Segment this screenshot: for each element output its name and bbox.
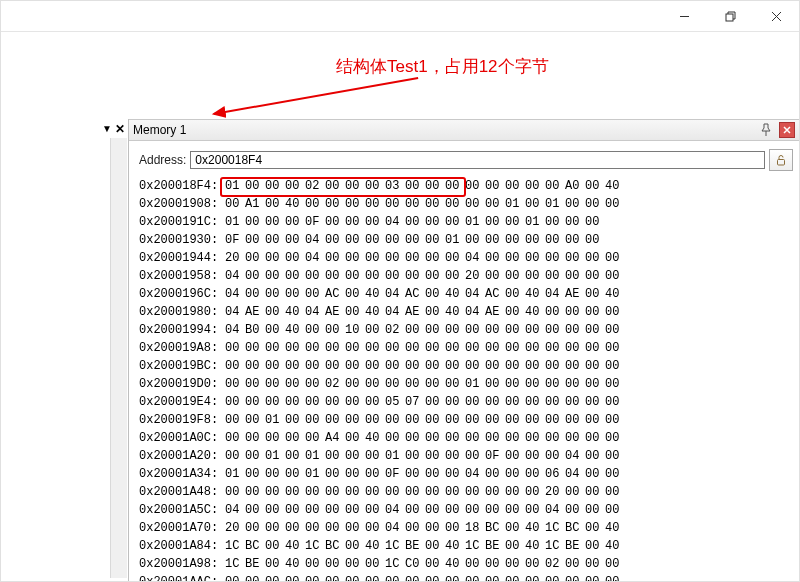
memory-byte: 00	[462, 321, 482, 339]
svg-rect-2	[778, 160, 785, 166]
memory-byte: 00	[322, 555, 342, 573]
memory-byte: 00	[442, 213, 462, 231]
memory-byte: 0F	[222, 231, 242, 249]
memory-byte: 00	[342, 195, 362, 213]
memory-byte: 02	[542, 555, 562, 573]
memory-byte: 00	[582, 339, 602, 357]
memory-byte: 00	[342, 357, 362, 375]
memory-byte: 04	[382, 519, 402, 537]
memory-byte: 40	[282, 303, 302, 321]
memory-byte: 00	[582, 231, 602, 249]
memory-byte: 40	[522, 285, 542, 303]
memory-byte: 00	[222, 573, 242, 581]
memory-byte: 00	[222, 429, 242, 447]
memory-byte: AC	[402, 285, 422, 303]
memory-byte: 04	[222, 303, 242, 321]
memory-byte: 00	[362, 321, 382, 339]
memory-byte: 04	[542, 501, 562, 519]
memory-byte: 00	[302, 285, 322, 303]
memory-pane-header: Memory 1	[129, 119, 799, 141]
memory-byte: 00	[322, 447, 342, 465]
memory-byte: 00	[242, 411, 262, 429]
minimize-button[interactable]	[661, 1, 707, 31]
memory-byte: 00	[302, 555, 322, 573]
memory-byte: 00	[302, 195, 322, 213]
lock-button[interactable]	[769, 149, 793, 171]
memory-byte: 00	[422, 195, 442, 213]
memory-byte: 00	[262, 393, 282, 411]
memory-byte: BE	[402, 537, 422, 555]
memory-byte: 00	[222, 483, 242, 501]
memory-byte: 00	[322, 501, 342, 519]
memory-byte: 00	[562, 429, 582, 447]
memory-hex-view[interactable]: 0x200018F4:01000000020000000300000000000…	[129, 177, 799, 581]
memory-byte: 00	[242, 267, 262, 285]
memory-byte: 01	[302, 447, 322, 465]
memory-byte: 00	[382, 483, 402, 501]
memory-byte: 04	[382, 213, 402, 231]
memory-byte: 00	[422, 573, 442, 581]
memory-byte: 00	[582, 393, 602, 411]
memory-byte: 00	[582, 213, 602, 231]
memory-byte: 00	[482, 249, 502, 267]
memory-byte: 00	[302, 483, 322, 501]
close-window-button[interactable]	[753, 1, 799, 31]
memory-byte: 00	[602, 375, 622, 393]
memory-byte: 00	[402, 501, 422, 519]
memory-byte: A0	[562, 177, 582, 195]
memory-row: 0x200019E4:00000000000000000507000000000…	[139, 393, 793, 411]
memory-byte: 00	[362, 447, 382, 465]
left-scrollbar[interactable]	[110, 138, 127, 578]
memory-byte: 00	[422, 465, 442, 483]
memory-byte: 00	[542, 357, 562, 375]
memory-byte: 00	[242, 249, 262, 267]
memory-byte: 00	[262, 267, 282, 285]
tool-dropdown-icon[interactable]: ▼	[102, 122, 112, 136]
memory-byte: 04	[382, 501, 402, 519]
memory-byte: 00	[442, 393, 462, 411]
restore-button[interactable]	[707, 1, 753, 31]
memory-byte: 00	[442, 573, 462, 581]
memory-byte: 00	[402, 177, 422, 195]
memory-byte: 00	[562, 303, 582, 321]
memory-byte: 00	[362, 357, 382, 375]
memory-byte: 00	[382, 357, 402, 375]
memory-byte: 00	[342, 285, 362, 303]
pane-close-button[interactable]	[779, 122, 795, 138]
memory-byte: 00	[442, 483, 462, 501]
memory-address: 0x20001A70:	[139, 519, 218, 537]
memory-byte: 00	[462, 177, 482, 195]
memory-row: 0x20001908:00A10040000000000000000000000…	[139, 195, 793, 213]
pin-button[interactable]	[759, 123, 773, 137]
memory-byte: 04	[302, 231, 322, 249]
memory-byte: 00	[482, 483, 502, 501]
memory-byte: 00	[462, 339, 482, 357]
side-tool-pane: ▼ ✕	[1, 119, 129, 581]
memory-byte: 00	[342, 393, 362, 411]
memory-row: 0x20001A48:00000000000000000000000000000…	[139, 483, 793, 501]
memory-byte: 00	[322, 519, 342, 537]
tool-close-icon[interactable]: ✕	[115, 122, 125, 136]
memory-byte: 00	[482, 213, 502, 231]
memory-byte: 00	[342, 429, 362, 447]
address-input[interactable]	[190, 151, 765, 169]
memory-byte: 00	[522, 555, 542, 573]
memory-byte: 00	[422, 447, 442, 465]
memory-byte: 00	[522, 483, 542, 501]
memory-byte: 00	[302, 573, 322, 581]
memory-byte: 04	[462, 249, 482, 267]
memory-byte: 00	[262, 303, 282, 321]
memory-byte: 00	[522, 501, 542, 519]
memory-address: 0x200019F8:	[139, 411, 218, 429]
memory-address: 0x200019E4:	[139, 393, 218, 411]
address-label: Address:	[139, 153, 186, 167]
memory-byte: 04	[462, 465, 482, 483]
memory-byte: 00	[502, 483, 522, 501]
memory-byte: 00	[282, 573, 302, 581]
memory-byte: 00	[422, 393, 442, 411]
memory-byte: 06	[542, 465, 562, 483]
memory-address: 0x20001A98:	[139, 555, 218, 573]
memory-byte: 00	[562, 375, 582, 393]
memory-byte: 00	[462, 357, 482, 375]
memory-row: 0x20001A98:1CBE0040000000001CC0004000000…	[139, 555, 793, 573]
